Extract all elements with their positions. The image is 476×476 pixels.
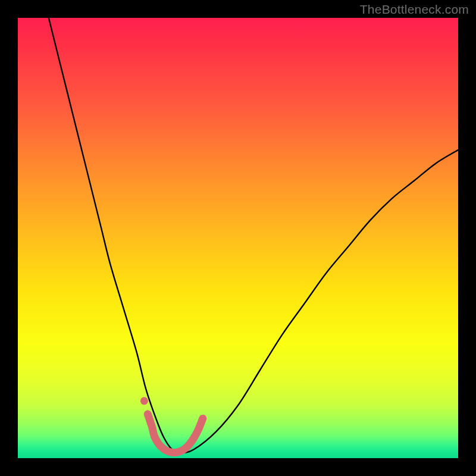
chart-frame: TheBottleneck.com: [0, 0, 476, 476]
optimal-dot: [140, 397, 148, 405]
bottleneck-curve: [49, 18, 458, 453]
plot-area: [18, 18, 458, 458]
watermark-text: TheBottleneck.com: [360, 2, 469, 17]
curve-layer: [18, 18, 458, 458]
